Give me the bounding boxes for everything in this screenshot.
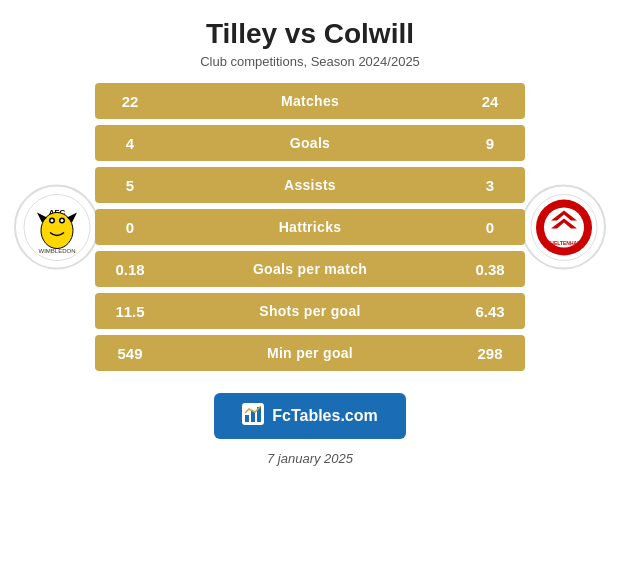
- stat-row: 549Min per goal298: [95, 335, 525, 371]
- stat-label: Min per goal: [165, 335, 455, 371]
- match-title: Tilley vs Colwill: [10, 18, 610, 50]
- stat-right-value: 6.43: [455, 293, 525, 329]
- stat-right-value: 3: [455, 167, 525, 203]
- stat-left-value: 0: [95, 209, 165, 245]
- footer-date: 7 january 2025: [267, 451, 353, 466]
- comparison-section: AFC WIMBLEDON 22Matches244Goals95Assists…: [0, 75, 620, 379]
- stat-row: 22Matches24: [95, 83, 525, 119]
- stat-row: 4Goals9: [95, 125, 525, 161]
- stat-right-value: 24: [455, 83, 525, 119]
- stat-row: 0.18Goals per match0.38: [95, 251, 525, 287]
- svg-point-6: [60, 219, 63, 222]
- stat-label: Assists: [165, 167, 455, 203]
- stat-label: Goals: [165, 125, 455, 161]
- stat-label: Hattricks: [165, 209, 455, 245]
- stat-label: Shots per goal: [165, 293, 455, 329]
- svg-text:WIMBLEDON: WIMBLEDON: [38, 247, 75, 253]
- stat-left-value: 22: [95, 83, 165, 119]
- stat-row: 0Hattricks0: [95, 209, 525, 245]
- stat-row: 5Assists3: [95, 167, 525, 203]
- fctables-label: FcTables.com: [272, 407, 378, 425]
- stat-left-value: 11.5: [95, 293, 165, 329]
- stat-label: Matches: [165, 83, 455, 119]
- svg-rect-15: [251, 411, 255, 422]
- svg-rect-14: [245, 415, 249, 422]
- fctables-branding[interactable]: FcTables.com: [214, 393, 406, 439]
- stat-left-value: 4: [95, 125, 165, 161]
- stat-right-value: 0: [455, 209, 525, 245]
- stat-right-value: 0.38: [455, 251, 525, 287]
- svg-text:CHELTENHAM: CHELTENHAM: [546, 239, 581, 245]
- right-club-logo: CHELTENHAM TOWN FC: [521, 185, 606, 270]
- fctables-icon: [242, 403, 264, 429]
- stat-left-value: 5: [95, 167, 165, 203]
- svg-text:TOWN FC: TOWN FC: [553, 247, 575, 252]
- header: Tilley vs Colwill Club competitions, Sea…: [0, 0, 620, 75]
- stat-right-value: 9: [455, 125, 525, 161]
- stat-label: Goals per match: [165, 251, 455, 287]
- left-club-logo: AFC WIMBLEDON: [14, 185, 99, 270]
- stats-rows: 22Matches244Goals95Assists30Hattricks00.…: [95, 83, 525, 371]
- stat-row: 11.5Shots per goal6.43: [95, 293, 525, 329]
- stat-right-value: 298: [455, 335, 525, 371]
- svg-point-5: [50, 219, 53, 222]
- stat-left-value: 549: [95, 335, 165, 371]
- match-subtitle: Club competitions, Season 2024/2025: [10, 54, 610, 69]
- stat-left-value: 0.18: [95, 251, 165, 287]
